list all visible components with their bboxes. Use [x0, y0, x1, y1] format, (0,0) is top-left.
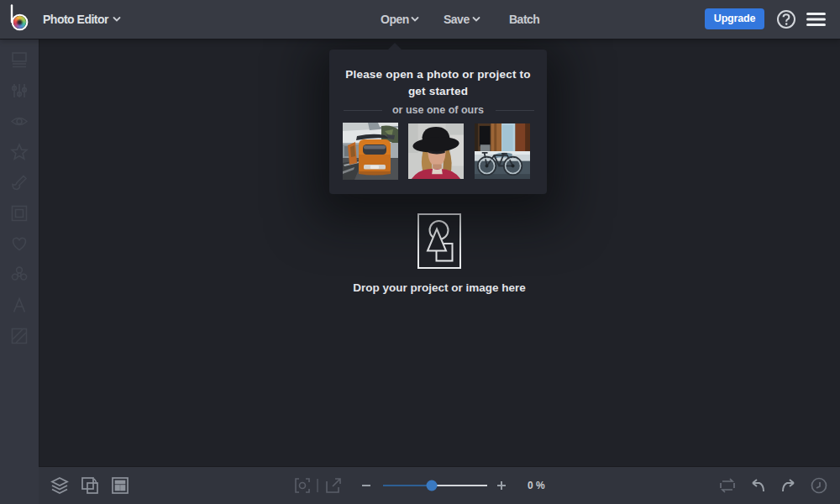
svg-text:0 %: 0 %: [528, 480, 545, 491]
